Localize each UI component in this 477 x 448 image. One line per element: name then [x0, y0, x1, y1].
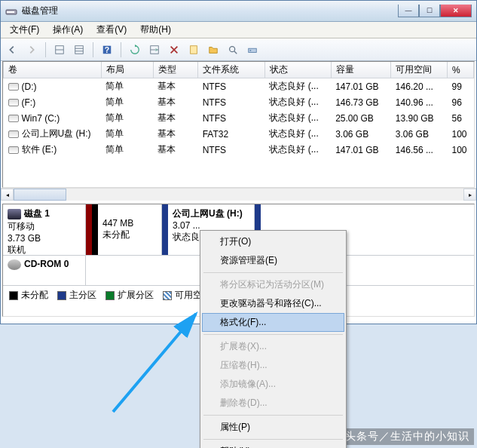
ctx-delete: 删除卷(D)... [202, 394, 344, 413]
ctx-explorer[interactable]: 资源管理器(E) [202, 251, 344, 270]
disk1-status: 联机 [8, 244, 81, 256]
drive-icon [8, 99, 19, 106]
folder-button[interactable] [205, 41, 222, 58]
ctx-mark-active: 将分区标记为活动分区(M) [202, 275, 344, 294]
disk1-part1-size: 447 MB [102, 218, 157, 229]
col-type[interactable]: 类型 [153, 62, 197, 78]
ctx-sep4 [203, 439, 343, 440]
svg-point-15 [250, 50, 252, 51]
app-icon [5, 5, 17, 17]
scroll-track[interactable] [66, 189, 463, 201]
forward-button[interactable] [23, 41, 40, 58]
window-controls: — ☐ ✕ [398, 5, 472, 17]
detail-button[interactable] [225, 41, 241, 58]
toolbar: ? [1, 38, 476, 61]
drive-icon [8, 146, 19, 154]
scroll-left-button[interactable]: ◂ [1, 189, 14, 201]
volume-list-pane: 卷 布局 类型 文件系统 状态 容量 可用空间 % (D:)简单基本NTFS状态… [2, 61, 475, 188]
titlebar[interactable]: 磁盘管理 — ☐ ✕ [1, 1, 476, 22]
refresh-button[interactable] [127, 41, 143, 58]
legend-unalloc: 未分配 [21, 290, 48, 300]
menu-file[interactable]: 文件(F) [4, 22, 45, 38]
col-free[interactable]: 可用空间 [391, 62, 448, 78]
disk1-label: 磁盘 1 [24, 208, 50, 219]
disk-icon [8, 209, 21, 219]
table-header[interactable]: 卷 布局 类型 文件系统 状态 容量 可用空间 % [4, 62, 474, 78]
legend-ext: 扩展分区 [118, 290, 154, 300]
disk1-part1-bar [92, 204, 98, 255]
table-row[interactable]: (D:)简单基本NTFS状态良好 (...147.01 GB146.20 ...… [4, 78, 474, 95]
ctx-mirror: 添加镜像(A)... [202, 375, 344, 394]
ctx-sep1 [203, 272, 343, 273]
legend-ext-icon [105, 291, 115, 300]
disk1-part1[interactable]: 447 MB 未分配 [98, 204, 162, 255]
disk1-part2-name: 公司上网U盘 (H:) [173, 208, 243, 219]
scroll-thumb[interactable] [14, 189, 66, 201]
minimize-button[interactable]: — [398, 5, 419, 17]
view-top-button[interactable] [51, 41, 68, 58]
drive-icon [8, 83, 19, 91]
disk1-stripe [86, 204, 92, 255]
table-row[interactable]: Win7 (C:)简单基本NTFS状态良好 (...25.00 GB13.90 … [4, 110, 474, 126]
table-row[interactable]: 公司上网U盘 (H:)简单基本FAT32状态良好 (...3.06 GB3.06… [4, 126, 474, 142]
svg-rect-11 [191, 45, 197, 54]
delete-icon[interactable] [166, 41, 182, 58]
disk1-part2-bar [162, 204, 168, 255]
svg-rect-14 [249, 48, 257, 52]
svg-line-13 [234, 51, 237, 54]
table-row[interactable]: (F:)简单基本NTFS状态良好 (...146.73 GB140.96 ...… [4, 94, 474, 110]
ctx-change-drive[interactable]: 更改驱动器号和路径(C)... [202, 294, 344, 313]
ctx-format[interactable]: 格式化(F)... [202, 313, 344, 332]
table-row[interactable]: 软件 (E:)简单基本NTFS状态良好 (...147.01 GB146.56 … [4, 142, 474, 158]
menu-action[interactable]: 操作(A) [47, 22, 89, 38]
col-pct[interactable]: % [448, 62, 474, 78]
upper-hscroll[interactable]: ◂ ▸ [1, 188, 476, 201]
drive-icon [8, 115, 19, 122]
help-button[interactable]: ? [99, 41, 115, 58]
rescan-button[interactable] [146, 41, 163, 58]
disk1-removable: 可移动 [8, 220, 81, 233]
settings-button[interactable] [244, 41, 261, 58]
menu-view[interactable]: 查看(V) [90, 22, 133, 38]
menu-help[interactable]: 帮助(H) [134, 22, 177, 38]
legend-free-icon [163, 291, 172, 300]
svg-rect-1 [7, 11, 14, 13]
disk1-header[interactable]: 磁盘 1 可移动 3.73 GB 联机 [3, 204, 86, 255]
back-button[interactable] [4, 41, 20, 58]
col-status[interactable]: 状态 [264, 62, 331, 78]
ctx-props[interactable]: 属性(P) [202, 418, 344, 437]
drive-icon [8, 130, 19, 138]
ctx-open[interactable]: 打开(O) [202, 232, 344, 251]
cdrom-icon [8, 259, 21, 270]
disk1-size: 3.73 GB [8, 233, 81, 244]
view-bottom-button[interactable] [71, 41, 87, 58]
col-capacity[interactable]: 容量 [331, 62, 391, 78]
scroll-right-button[interactable]: ▸ [463, 189, 476, 201]
ctx-sep2 [203, 334, 343, 335]
col-volume[interactable]: 卷 [4, 62, 102, 78]
watermark: 头条号／生活中的小知识 [341, 428, 474, 445]
legend-primary: 主分区 [69, 290, 96, 300]
context-menu: 打开(O) 资源管理器(E) 将分区标记为活动分区(M) 更改驱动器号和路径(C… [200, 230, 347, 448]
menubar: 文件(F) 操作(A) 查看(V) 帮助(H) [1, 22, 476, 38]
legend-unalloc-icon [9, 291, 18, 300]
close-button[interactable]: ✕ [440, 5, 472, 17]
window-title: 磁盘管理 [22, 5, 398, 17]
svg-text:?: ? [105, 44, 109, 54]
disk1-part1-status: 未分配 [102, 229, 157, 241]
cdrom-header[interactable]: CD-ROM 0 [3, 256, 86, 285]
volume-table[interactable]: 卷 布局 类型 文件系统 状态 容量 可用空间 % (D:)简单基本NTFS状态… [3, 62, 474, 158]
disk1-part2-size: 3.07 ... [173, 220, 249, 231]
col-layout[interactable]: 布局 [101, 62, 153, 78]
ctx-sep3 [203, 415, 343, 416]
legend-primary-icon [57, 291, 66, 300]
col-fs[interactable]: 文件系统 [198, 62, 265, 78]
cdrom-label: CD-ROM 0 [24, 259, 69, 269]
properties-button[interactable] [185, 41, 202, 58]
maximize-button[interactable]: ☐ [419, 5, 440, 17]
ctx-shrink: 压缩卷(H)... [202, 356, 344, 375]
ctx-help[interactable]: 帮助(H) [202, 442, 344, 448]
ctx-extend: 扩展卷(X)... [202, 337, 344, 356]
svg-rect-4 [75, 45, 84, 54]
svg-point-12 [230, 46, 235, 51]
